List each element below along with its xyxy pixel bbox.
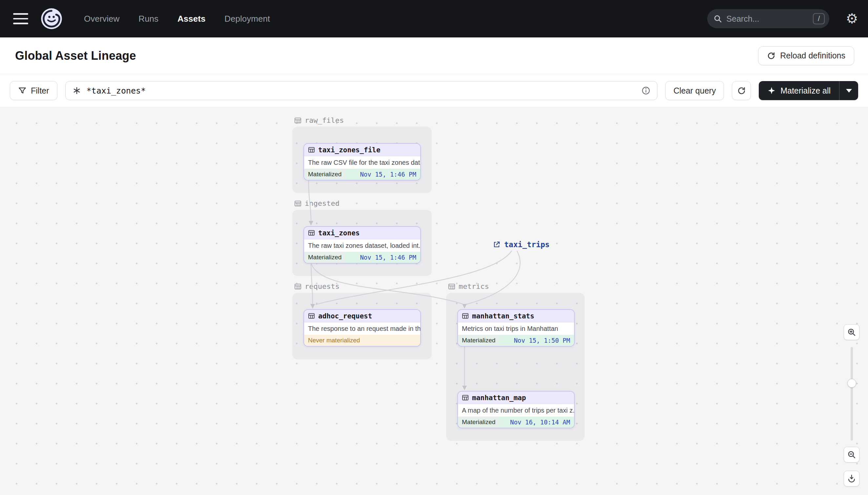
sparkle-icon [767,86,776,95]
status-badge: Never materialized [304,335,420,346]
table-grid-icon [462,394,469,401]
nav-item-overview[interactable]: Overview [84,14,119,24]
asset-selection-input-wrap [65,81,657,100]
asset-status-row: Materialized Nov 15, 1:46 PM [304,252,420,263]
filter-label: Filter [31,86,49,96]
refresh-button[interactable] [732,81,751,100]
asset-description: The raw CSV file for the taxi zones dat.… [304,156,420,169]
search-icon [713,14,722,23]
asset-node-taxi_zones_file[interactable]: taxi_zones_file The raw CSV file for the… [303,143,421,181]
materialization-timestamp[interactable]: Nov 15, 1:46 PM [346,169,420,180]
asset-name: manhattan_stats [472,312,534,320]
zoom-in-icon [847,328,856,337]
selector-icon [72,86,81,95]
zoom-out-icon [847,450,856,459]
reload-icon [767,52,776,60]
materialization-timestamp[interactable]: Nov 15, 1:46 PM [346,252,420,263]
asset-name: taxi_zones [318,229,359,237]
table-grid-icon [308,229,315,236]
nav-item-assets[interactable]: Assets [177,14,205,24]
asset-node-header: manhattan_map [458,392,574,404]
asset-name: taxi_zones_file [318,146,380,154]
reload-definitions-label: Reload definitions [780,51,845,61]
download-button[interactable] [844,471,860,487]
asset-description: The raw taxi zones dataset, loaded int..… [304,239,420,252]
lineage-toolbar: Filter Clear query Materialize all [0,74,868,107]
lineage-canvas[interactable]: raw_files ingested requests metrics [0,107,868,495]
edge-zones-to-adhoc [311,263,313,304]
funnel-icon [18,86,26,95]
status-badge: Materialized [304,169,346,180]
settings-gear-icon[interactable]: ⚙ [846,12,858,25]
global-search[interactable]: / [707,9,829,28]
asset-description: Metrics on taxi trips in Manhattan [458,322,574,335]
edge-file-to-zones [309,180,311,221]
chevron-down-icon [846,89,852,92]
edge-zones-to-stats [311,263,463,304]
materialization-timestamp[interactable]: Nov 15, 1:50 PM [499,335,574,346]
asset-node-header: taxi_zones [304,227,420,239]
download-icon [847,474,856,483]
asset-node-manhattan_stats[interactable]: manhattan_stats Metrics on taxi trips in… [457,309,575,347]
asset-node-header: adhoc_request [304,310,420,322]
asset-name: manhattan_map [472,394,526,402]
filter-button[interactable]: Filter [10,81,57,100]
status-badge: Materialized [304,252,346,263]
materialize-all-split-button: Materialize all [759,81,858,100]
edge-trips-to-stats [466,251,520,304]
menu-bar [13,18,28,20]
asset-status-row: Materialized Nov 15, 1:46 PM [304,169,420,180]
nav-item-runs[interactable]: Runs [138,14,158,24]
zoom-slider-track[interactable] [851,347,853,441]
refresh-icon [737,86,746,95]
asset-node-header: manhattan_stats [458,310,574,322]
external-asset-name: taxi_trips [504,240,549,249]
asset-status-row: Materialized Nov 15, 1:50 PM [458,335,574,346]
asset-node-taxi_zones[interactable]: taxi_zones The raw taxi zones dataset, l… [303,226,421,263]
external-asset-taxi_trips[interactable]: taxi_trips [493,240,549,249]
page-header: Global Asset Lineage Reload definitions [0,37,868,74]
materialize-all-button[interactable]: Materialize all [759,81,839,100]
status-badge: Materialized [458,335,499,346]
search-shortcut-badge: / [813,13,825,24]
asset-description: A map of the number of trips per taxi z.… [458,404,574,416]
clear-query-label: Clear query [673,86,716,96]
search-input[interactable] [726,14,809,24]
table-grid-icon [308,312,315,319]
info-icon[interactable] [641,86,651,95]
asset-node-adhoc_request[interactable]: adhoc_request The response to an request… [303,309,421,347]
external-link-icon [493,241,501,249]
lineage-edges [0,107,868,495]
zoom-in-button[interactable] [844,324,860,340]
menu-icon[interactable] [13,13,28,24]
nav-item-deployment[interactable]: Deployment [224,14,270,24]
materialization-timestamp[interactable]: Nov 16, 10:14 AM [499,416,574,428]
asset-description: The response to an request made in th... [304,322,420,335]
zoom-out-button[interactable] [844,447,860,462]
menu-bar [13,13,28,15]
materialize-dropdown-button[interactable] [839,81,858,100]
zoom-slider-handle[interactable] [847,379,856,388]
asset-status-row: Materialized Nov 16, 10:14 AM [458,416,574,428]
materialize-all-label: Materialize all [780,86,831,96]
dagster-logo-icon[interactable] [40,7,63,30]
primary-nav: Overview Runs Assets Deployment [84,14,270,24]
menu-bar [13,23,28,24]
top-navbar: Overview Runs Assets Deployment / ⚙ [0,0,868,37]
table-grid-icon [462,312,469,319]
table-grid-icon [308,147,315,153]
asset-status-row: Never materialized [304,335,420,346]
page-title: Global Asset Lineage [15,49,136,63]
asset-name: adhoc_request [318,312,372,320]
asset-node-manhattan_map[interactable]: manhattan_map A map of the number of tri… [457,391,575,428]
reload-definitions-button[interactable]: Reload definitions [758,46,854,65]
status-badge: Materialized [458,416,499,428]
asset-node-header: taxi_zones_file [304,144,420,156]
clear-query-button[interactable]: Clear query [665,81,724,100]
asset-selection-input[interactable] [87,86,636,96]
